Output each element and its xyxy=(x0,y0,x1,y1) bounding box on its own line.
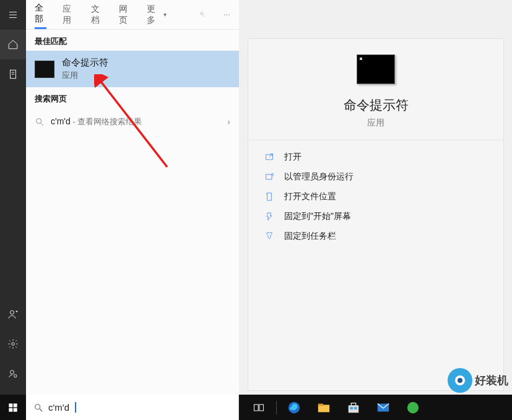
web-query: c'm'd xyxy=(51,116,71,126)
taskbar-separator xyxy=(276,401,277,414)
svg-rect-34 xyxy=(349,405,359,413)
document-icon[interactable] xyxy=(0,59,26,89)
result-subtitle: 应用 xyxy=(62,70,108,81)
taskbar: c'm'd xyxy=(0,395,512,420)
svg-rect-30 xyxy=(259,405,264,411)
search-icon xyxy=(35,117,45,127)
chevron-down-icon: ▾ xyxy=(163,11,167,18)
folder-location-icon xyxy=(264,192,274,202)
svg-rect-33 xyxy=(318,403,323,406)
store-icon[interactable] xyxy=(339,395,368,420)
result-detail-panel: 命令提示符 应用 打开 以管理员身份运行 打开文件位置 固定到"开始"屏幕 固定… xyxy=(248,38,504,391)
tab-web[interactable]: 网页 xyxy=(119,0,131,29)
search-tabs: 全部 应用 文档 网页 更多 ▾ xyxy=(26,0,239,30)
action-label: 固定到"开始"屏幕 xyxy=(284,211,351,222)
edge-browser-icon[interactable] xyxy=(279,395,309,420)
tab-all[interactable]: 全部 xyxy=(35,0,46,29)
start-button[interactable] xyxy=(0,395,26,420)
svg-point-6 xyxy=(11,311,14,314)
action-label: 固定到任务栏 xyxy=(284,231,336,242)
web-search-row[interactable]: c'm'd - 查看网络搜索结果 › xyxy=(26,108,239,135)
power-icon[interactable] xyxy=(0,359,26,388)
svg-line-17 xyxy=(41,123,43,126)
result-item-cmd[interactable]: 命令提示符 应用 xyxy=(26,51,239,87)
svg-point-11 xyxy=(14,375,17,378)
cmd-thumbnail-icon xyxy=(35,61,54,78)
feedback-icon[interactable] xyxy=(199,9,206,20)
pin-start-icon xyxy=(264,212,274,221)
shield-icon xyxy=(264,172,274,182)
web-hint: - 查看网络搜索结果 xyxy=(71,117,142,126)
svg-rect-36 xyxy=(350,407,354,409)
app-large-thumbnail-icon xyxy=(357,54,395,84)
svg-point-39 xyxy=(407,401,419,413)
svg-rect-24 xyxy=(14,403,17,407)
svg-rect-26 xyxy=(14,408,17,411)
search-icon xyxy=(33,403,43,413)
svg-point-12 xyxy=(201,12,203,14)
gear-icon[interactable] xyxy=(0,329,26,359)
home-icon[interactable] xyxy=(0,30,26,59)
action-label: 打开文件位置 xyxy=(284,191,336,202)
mail-icon[interactable] xyxy=(368,395,398,420)
start-left-rail xyxy=(0,0,26,395)
tab-docs[interactable]: 文档 xyxy=(91,0,103,29)
hamburger-icon[interactable] xyxy=(0,0,26,30)
svg-rect-37 xyxy=(354,407,357,409)
svg-rect-29 xyxy=(254,405,259,411)
section-best-match: 最佳匹配 xyxy=(26,30,239,51)
action-label: 以管理员身份运行 xyxy=(284,171,354,182)
svg-rect-23 xyxy=(9,403,12,407)
svg-line-28 xyxy=(40,409,42,411)
action-pin-taskbar[interactable]: 固定到任务栏 xyxy=(264,231,487,242)
search-input-value: c'm'd xyxy=(48,402,69,413)
result-title: 命令提示符 xyxy=(62,57,108,69)
watermark-text: 好装机 xyxy=(475,373,508,388)
section-search-web: 搜索网页 xyxy=(26,87,239,108)
file-explorer-icon[interactable] xyxy=(309,395,339,420)
svg-point-16 xyxy=(37,118,41,123)
action-label: 打开 xyxy=(284,152,302,163)
svg-point-15 xyxy=(228,14,230,15)
svg-rect-21 xyxy=(266,174,272,179)
search-results-panel: 全部 应用 文档 网页 更多 ▾ 最佳匹配 命令提示符 应用 搜索网页 c'm'… xyxy=(26,0,239,395)
action-open-location[interactable]: 打开文件位置 xyxy=(264,191,487,202)
chevron-right-icon: › xyxy=(227,117,230,127)
task-view-icon[interactable] xyxy=(244,395,274,420)
tab-more[interactable]: 更多 xyxy=(147,0,158,29)
taskbar-search-box[interactable]: c'm'd xyxy=(26,395,239,420)
open-icon xyxy=(264,152,274,162)
app-green-icon[interactable] xyxy=(398,395,428,420)
svg-rect-22 xyxy=(267,193,272,200)
svg-point-13 xyxy=(223,14,225,15)
action-open[interactable]: 打开 xyxy=(264,152,487,163)
detail-type: 应用 xyxy=(367,118,384,129)
svg-point-10 xyxy=(11,371,14,374)
more-options-icon[interactable] xyxy=(223,9,230,20)
svg-rect-35 xyxy=(351,403,355,406)
detail-title: 命令提示符 xyxy=(344,96,409,114)
svg-point-27 xyxy=(35,404,40,409)
pin-taskbar-icon xyxy=(264,231,274,241)
svg-line-20 xyxy=(269,154,272,157)
action-run-admin[interactable]: 以管理员身份运行 xyxy=(264,171,487,182)
svg-point-14 xyxy=(226,14,227,15)
tab-apps[interactable]: 应用 xyxy=(63,0,74,29)
text-caret xyxy=(75,402,76,413)
svg-point-9 xyxy=(12,343,15,346)
watermark-logo-icon xyxy=(448,368,472,393)
person-add-icon[interactable] xyxy=(0,299,26,329)
action-pin-start[interactable]: 固定到"开始"屏幕 xyxy=(264,211,487,222)
watermark: 好装机 xyxy=(448,368,508,393)
svg-rect-25 xyxy=(9,408,12,411)
